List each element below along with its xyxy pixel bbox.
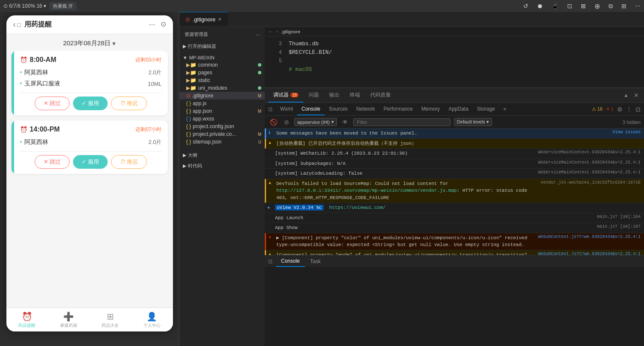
phone-icon[interactable]: 📱 bbox=[551, 3, 559, 9]
subtab-appdata[interactable]: AppData bbox=[444, 103, 473, 115]
folder-uni-modules[interactable]: ▶📁 uni_modules bbox=[179, 84, 265, 92]
take-button-0[interactable]: ✓ 服用 bbox=[73, 97, 108, 110]
skip-button-0[interactable]: ✕ 跳过 bbox=[35, 97, 70, 110]
appservice-selector[interactable]: appservice (#4) ▾ bbox=[294, 118, 337, 126]
folder-pages-icon: ▶📁 bbox=[186, 70, 196, 76]
close-devtools-button[interactable]: ✕ bbox=[632, 92, 641, 99]
settings-icon[interactable]: ⚙ bbox=[617, 106, 623, 113]
subtab-sources[interactable]: Sources bbox=[325, 103, 352, 115]
hotreload-label[interactable]: 热重载 开 bbox=[50, 2, 76, 10]
phone-bottom-nav: ⏰ 药品提醒 ➕ 家庭药箱 ⊞ 药品大全 👤 个人中心 bbox=[6, 308, 173, 331]
console-filter-toggle[interactable]: ⊘ bbox=[282, 118, 291, 126]
code-editor[interactable]: 3 Thumbs.db 4 $RECYCLE.BIN/ 5 # macOS bbox=[265, 36, 644, 88]
phone-back-icon[interactable]: ‹ bbox=[13, 20, 16, 29]
file-sitemapjson[interactable]: { } sitemap.json U bbox=[179, 138, 265, 146]
msg-source-mode-warn1[interactable]: WASubContext.js?t=we.93929434&v=2.25.4:1 bbox=[535, 252, 641, 255]
more-icon2[interactable]: ⋮ bbox=[626, 106, 632, 113]
reminder-remaining-0: 还剩03小时 bbox=[135, 56, 161, 64]
folder-common[interactable]: ▶📁 common bbox=[179, 61, 265, 69]
editor-area: ← → .gitignore 3 Thumbs.db 4 $RECYCLE.BI… bbox=[265, 27, 644, 346]
msg-source-color-error1[interactable]: WASubContext.js?t=we.93929434&v=2.25.4:1 bbox=[535, 235, 641, 239]
nav-back-icon[interactable]: ← bbox=[268, 29, 273, 34]
folder-static[interactable]: ▶📁 static bbox=[179, 76, 265, 84]
msg-source-info[interactable]: View issues bbox=[609, 130, 641, 135]
msg-source-applaunch: main.js? [sm]:104 bbox=[594, 214, 641, 219]
bottom-tab-console[interactable]: Console bbox=[276, 255, 305, 267]
console-messages[interactable]: ℹ Some messages have been moved to the I… bbox=[265, 129, 644, 255]
mp-weixin-header[interactable]: ▼ MP-WEIXIN bbox=[179, 54, 265, 61]
take-button-1[interactable]: ✓ 服用 bbox=[73, 155, 108, 169]
nav-forward-icon[interactable]: → bbox=[275, 29, 279, 34]
subtab-wxml[interactable]: Wxml bbox=[276, 103, 297, 115]
skip-button-1[interactable]: ✕ 跳过 bbox=[35, 155, 70, 169]
sidebar-toggle-icon[interactable]: ⊞ bbox=[621, 3, 626, 9]
subtab-more[interactable]: » bbox=[499, 103, 511, 115]
phone-dots-icon[interactable]: ··· bbox=[149, 20, 155, 29]
record-icon[interactable]: ⏺ bbox=[537, 3, 543, 9]
folder-pages[interactable]: ▶📁 pages bbox=[179, 69, 265, 76]
file-projectconfig[interactable]: { } project.config.json bbox=[179, 123, 265, 130]
split-editor-icon[interactable]: ⧉ bbox=[609, 3, 613, 10]
phone-home-icon[interactable]: □ bbox=[18, 21, 21, 28]
console-msg-uview: ● uView V2.0.34 %c https://uviewui.com/ bbox=[265, 203, 644, 213]
nav-item-profile[interactable]: 👤 个人中心 bbox=[131, 308, 173, 331]
phone-camera-icon[interactable]: ⊙ bbox=[161, 20, 166, 29]
bottom-tab-task[interactable]: Task bbox=[305, 255, 326, 267]
collapse-devtools-icon[interactable]: ▲ bbox=[624, 92, 629, 98]
devtools-tab-issues[interactable]: 问题 bbox=[304, 88, 324, 103]
tab-close-icon[interactable]: ✕ bbox=[218, 17, 222, 22]
subtab-network[interactable]: Network bbox=[352, 103, 379, 115]
overflow-icon[interactable]: ··· bbox=[635, 2, 641, 10]
console-filter-input[interactable] bbox=[353, 118, 451, 126]
file-gitignore[interactable]: ⊙ .gitignore M bbox=[179, 92, 265, 100]
maximize-icon[interactable]: ⊡ bbox=[635, 106, 641, 113]
file-appjson[interactable]: { } app.json M bbox=[179, 107, 265, 115]
file-projectconfig-label: project.config.json bbox=[193, 123, 261, 129]
nav-icon-family: ➕ bbox=[63, 311, 74, 322]
explorer-more-icon[interactable]: ··· bbox=[256, 32, 260, 37]
more-icon[interactable]: ⊕ bbox=[594, 2, 600, 10]
phone-date-dropdown-icon[interactable]: ▾ bbox=[112, 40, 116, 47]
devtools-tab-debugger[interactable]: 调试器 18 bbox=[268, 88, 304, 103]
delay-button-0[interactable]: ⏱ 推迟 bbox=[111, 97, 147, 110]
nav-item-drug-guide[interactable]: ⊞ 药品大全 bbox=[90, 308, 132, 331]
uview-link[interactable]: https://uviewui.com/ bbox=[329, 205, 386, 210]
tab-gitignore[interactable]: ⊙ .gitignore ✕ bbox=[179, 12, 228, 26]
console-clear-button[interactable]: 🚫 bbox=[268, 118, 279, 126]
nav-item-family-box[interactable]: ➕ 家庭药箱 bbox=[48, 308, 90, 331]
refresh-icon[interactable]: ↺ bbox=[523, 3, 528, 9]
msg-text-info: Some messages have been moved to the Iss… bbox=[276, 130, 606, 137]
delay-button-1[interactable]: ⏱ 推迟 bbox=[111, 155, 147, 169]
file-appjs[interactable]: { } app.js bbox=[179, 100, 265, 107]
msg-text-hotreload: [自动热重载] 已开启代码文件保存后自动热重载（不支持 json） bbox=[276, 140, 641, 147]
outline-header[interactable]: ▶ 大纲 bbox=[179, 151, 265, 160]
msg-source-wechatlib: WAServiceMainContext.93929434&v=2.25.4:1 bbox=[535, 150, 641, 155]
subtitle-header[interactable]: ▶ 时代码 bbox=[179, 161, 265, 170]
eye-icon-button[interactable]: 👁 bbox=[340, 118, 350, 126]
file-appwxss[interactable]: { } app.wxss bbox=[179, 115, 265, 123]
explorer-header[interactable]: 资源管理器 ··· bbox=[179, 29, 265, 40]
subtab-memory[interactable]: Memory bbox=[417, 103, 444, 115]
devtools-tab-codequality[interactable]: 代码质量 bbox=[365, 88, 396, 103]
file-projectprivate[interactable]: { } project.private.co... M bbox=[179, 130, 265, 138]
warn-icon-sourcemap: ▲ bbox=[269, 181, 271, 185]
code-line-comment: # macOS bbox=[265, 65, 644, 74]
sourcemap-link[interactable]: http://127.0.0.1:33411/.sourcemap/mp-wei… bbox=[276, 188, 457, 193]
log-level-select[interactable]: Default levels ▾ bbox=[454, 118, 492, 126]
subtab-performance[interactable]: Performance bbox=[379, 103, 417, 115]
tab-gitignore-label: .gitignore bbox=[193, 16, 215, 23]
console-subtab-btn[interactable]: ⊡ bbox=[265, 103, 276, 115]
open-editors-header[interactable]: ▶ 打开的编辑器 bbox=[179, 42, 265, 51]
nav-label-drug: 药品大全 bbox=[102, 323, 119, 328]
file-git-icon: ⊙ bbox=[186, 93, 190, 99]
layout-icon[interactable]: ⊡ bbox=[567, 3, 572, 9]
devtools-tab-terminal[interactable]: 终端 bbox=[345, 88, 365, 103]
subtab-storage[interactable]: Storage bbox=[473, 103, 499, 115]
nav-item-medicine-reminder[interactable]: ⏰ 药品提醒 bbox=[6, 308, 48, 331]
console-msg-applaunch: App Launch main.js? [sm]:104 bbox=[265, 213, 644, 223]
medicine-row-0-1: •玉屏风口服液 10ML bbox=[20, 78, 162, 89]
devtools-tab-output[interactable]: 输出 bbox=[324, 88, 345, 103]
subtab-console[interactable]: Console bbox=[297, 103, 325, 115]
bookmark-icon[interactable]: ⊠ bbox=[581, 3, 586, 9]
hidden-messages-count: 3 hidden bbox=[623, 120, 641, 125]
